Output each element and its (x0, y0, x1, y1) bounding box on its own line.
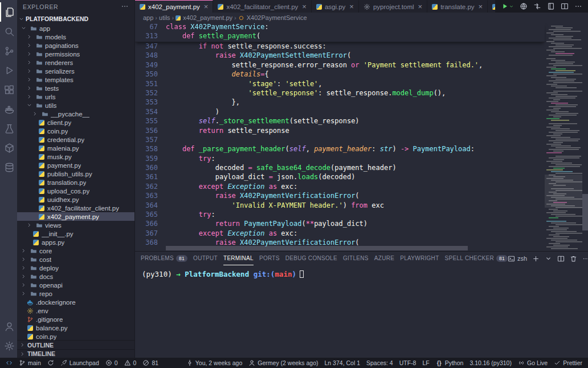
sync-status[interactable] (47, 359, 54, 366)
tree-item-paginations[interactable]: paginations (17, 41, 134, 50)
errors-status[interactable]: 0 (105, 359, 118, 366)
panel-tab-debug-console[interactable]: DEBUG CONSOLE (285, 252, 337, 265)
tree-item-translation-py[interactable]: translation.py (17, 178, 134, 187)
blame-germey[interactable]: Germey (2 weeks ago) (248, 359, 318, 366)
launchpad-status[interactable]: Launchpad (60, 359, 99, 366)
tree-item-utils[interactable]: utils (17, 101, 134, 110)
close-icon[interactable]: × (302, 3, 307, 10)
tree-item-pycache[interactable]: __pycache__ (17, 110, 134, 118)
tree-item-musk-py[interactable]: musk.py (17, 152, 134, 161)
warnings-status[interactable]: 0 (124, 359, 137, 366)
terminal[interactable]: (py310) → PlatformBackend git:(main) (135, 265, 588, 358)
blame-you[interactable]: You, 2 weeks ago (186, 359, 243, 366)
sidebar-more-actions-icon[interactable] (121, 2, 129, 11)
activity-database[interactable] (0, 157, 17, 177)
close-icon[interactable]: × (349, 3, 354, 10)
tree-item-views[interactable]: views (17, 221, 134, 229)
tree-item-env[interactable]: .env (17, 306, 134, 315)
code-editor[interactable]: 347 if not settle_response.success:348 r… (135, 23, 588, 251)
tab-x402-payment[interactable]: x402_payment.py× (135, 0, 213, 13)
editor-more-actions-icon[interactable] (574, 2, 582, 10)
close-icon[interactable]: × (479, 3, 483, 10)
breadcrumb-utils[interactable]: utils (159, 14, 170, 21)
tree-item-core[interactable]: core (17, 246, 134, 255)
section-outline[interactable]: OUTLINE (17, 341, 134, 349)
tree-item-app[interactable]: app (17, 24, 134, 33)
eol[interactable]: LF (422, 359, 429, 366)
tree-item-init-py[interactable]: __init__.py (17, 229, 134, 238)
panel-tab-gitlens[interactable]: GITLENS (343, 252, 369, 265)
tree-item-deploy[interactable]: deploy (17, 264, 134, 272)
tree-item-x402-facilitator-client-py[interactable]: x402_facilitator_client.py (17, 204, 134, 212)
tree-item-openapi[interactable]: openapi (17, 281, 134, 289)
tab-asgi[interactable]: asgi.py× (312, 0, 359, 13)
go-live[interactable]: Go Live (518, 359, 548, 366)
activity-manage[interactable] (0, 336, 17, 355)
tree-item-credential-py[interactable]: credential.py (17, 135, 134, 144)
tree-item-coin-py[interactable]: coin.py (17, 127, 134, 135)
language-mode[interactable]: {}Python (436, 359, 464, 366)
panel-tab-output[interactable]: OUTPUT (193, 252, 218, 265)
split-editor-icon[interactable] (561, 2, 569, 10)
tab-coin[interactable]: coin.py…/utils× (488, 0, 495, 13)
tree-item-docs[interactable]: docs (17, 272, 134, 281)
activity-kubernetes[interactable] (0, 138, 17, 157)
panel-tab-problems[interactable]: PROBLEMS81 (141, 252, 187, 265)
live-preview-icon[interactable] (520, 2, 528, 10)
horizontal-scrollbar[interactable] (166, 245, 545, 251)
tab-translate[interactable]: translate.py× (427, 0, 488, 13)
tree-item-x402-payment-py[interactable]: x402_payment.py (17, 212, 134, 221)
activity-run-and-debug[interactable] (0, 60, 17, 80)
panel-more-icon[interactable] (582, 255, 588, 262)
tree-item-permissions[interactable]: permissions (17, 50, 134, 58)
activity-extensions[interactable] (0, 80, 17, 99)
tree-item-upload-cos-py[interactable]: upload_cos.py (17, 187, 134, 195)
spell-checker-status[interactable]: 81 (142, 359, 158, 366)
new-terminal-icon[interactable] (532, 255, 540, 262)
open-changes-icon[interactable] (533, 2, 541, 10)
indentation[interactable]: Spaces: 4 (366, 359, 393, 366)
interactive-window-icon[interactable] (547, 2, 555, 10)
tree-item-gitignore[interactable]: .gitignore (17, 315, 134, 323)
panel-tab-playwright[interactable]: PLAYWRIGHT (400, 252, 439, 265)
terminal-profile-chevron-icon[interactable] (545, 255, 552, 262)
activity-accounts[interactable] (0, 317, 17, 336)
tree-item-dockerignore[interactable]: .dockerignore (17, 298, 134, 306)
run-python-file-button[interactable] (501, 2, 514, 10)
activity-docker[interactable] (0, 99, 17, 119)
terminal-instance-zsh[interactable]: zsh (508, 255, 527, 262)
remote-indicator[interactable] (6, 359, 13, 366)
minimap-slider[interactable] (545, 175, 582, 208)
tree-item-tests[interactable]: tests (17, 84, 134, 92)
tab-x402-facilitator-client[interactable]: x402_facilitator_client.py× (213, 0, 312, 13)
tree-item-uuidhex-py[interactable]: uuidhex.py (17, 195, 134, 204)
vertical-scrollbar-thumb[interactable] (582, 194, 588, 230)
tab-pyproject[interactable]: pyproject.toml× (359, 0, 427, 13)
encoding[interactable]: UTF-8 (399, 359, 416, 366)
tree-item-renderers[interactable]: renderers (17, 58, 134, 67)
tree-item-balance-py[interactable]: balance.py (17, 323, 134, 332)
horizontal-scrollbar-thumb[interactable] (166, 246, 468, 250)
panel-tab-ports[interactable]: PORTS (259, 252, 280, 265)
section-timeline[interactable]: TIMELINE (17, 349, 134, 358)
kill-terminal-icon[interactable] (570, 255, 577, 262)
panel-tab-spell-checker[interactable]: SPELL CHECKER81 (445, 252, 508, 265)
cursor-position[interactable]: Ln 374, Col 1 (325, 359, 360, 366)
tree-item-repo[interactable]: repo (17, 289, 134, 298)
tree-item-publish-utils-py[interactable]: publish_utils.py (17, 169, 134, 178)
python-interpreter[interactable]: 3.10.16 (py310) (469, 359, 512, 366)
close-icon[interactable]: × (204, 3, 209, 10)
tree-item-malenia-py[interactable]: malenia.py (17, 144, 134, 152)
project-section-header[interactable]: PLATFORMBACKEND (17, 14, 134, 24)
vertical-scrollbar[interactable] (582, 23, 588, 251)
split-terminal-icon[interactable] (557, 255, 565, 262)
close-icon[interactable]: × (418, 3, 423, 10)
panel-tab-azure[interactable]: AZURE (374, 252, 394, 265)
tree-item-templates[interactable]: templates (17, 75, 134, 84)
activity-search[interactable] (0, 22, 17, 41)
tree-item-payment-py[interactable]: payment.py (17, 161, 134, 169)
tree-item-client-py[interactable]: client.py (17, 118, 134, 127)
tree-item-urls[interactable]: urls (17, 92, 134, 101)
tree-item-serializers[interactable]: serializers (17, 67, 134, 75)
minimap[interactable] (545, 23, 582, 251)
